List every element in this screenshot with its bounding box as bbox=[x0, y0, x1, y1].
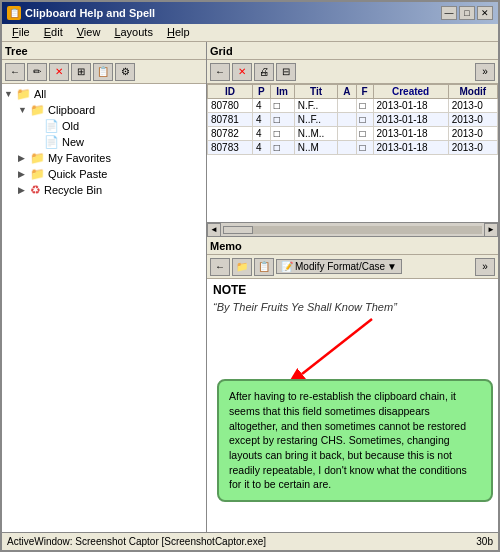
tree-label-old: Old bbox=[62, 120, 79, 132]
cell-modif: 2013-0 bbox=[448, 127, 497, 141]
menu-layouts[interactable]: Layouts bbox=[108, 25, 159, 40]
menu-bar: File Edit View Layouts Help bbox=[2, 24, 498, 42]
grid-delete-btn[interactable]: ✕ bbox=[232, 63, 252, 81]
grid-table: ID P Im Tit A F Created Modif bbox=[207, 84, 498, 155]
grid-expand-btn[interactable]: » bbox=[475, 63, 495, 81]
memo-back-btn[interactable]: ← bbox=[210, 258, 230, 276]
tree-edit-btn[interactable]: ✏ bbox=[27, 63, 47, 81]
col-a[interactable]: A bbox=[338, 85, 356, 99]
tree-delete-btn[interactable]: ✕ bbox=[49, 63, 69, 81]
grid-refresh-btn[interactable]: ⊟ bbox=[276, 63, 296, 81]
col-im[interactable]: Im bbox=[270, 85, 294, 99]
cell-tit: N..F.. bbox=[294, 113, 338, 127]
file-icon-new: 📄 bbox=[44, 135, 59, 149]
annotation-text: After having to re-establish the clipboa… bbox=[229, 390, 467, 490]
cell-p: 4 bbox=[252, 113, 270, 127]
menu-edit[interactable]: Edit bbox=[38, 25, 69, 40]
format-label: Modify Format/Case bbox=[295, 261, 385, 272]
memo-header-label: Memo bbox=[210, 240, 242, 252]
scroll-thumb bbox=[223, 226, 253, 234]
memo-header: Memo bbox=[207, 237, 498, 255]
tree-content: ▼ 📁 All ▼ 📁 Clipboard 📄 Old bbox=[2, 84, 206, 532]
tree-item-old[interactable]: 📄 Old bbox=[4, 118, 204, 134]
format-dropdown-icon: ▼ bbox=[387, 261, 397, 272]
cell-a bbox=[338, 127, 356, 141]
close-button[interactable]: ✕ bbox=[477, 6, 493, 20]
col-f[interactable]: F bbox=[356, 85, 373, 99]
cell-modif: 2013-0 bbox=[448, 99, 497, 113]
folder-icon-quickpaste: 📁 bbox=[30, 167, 45, 181]
grid-print-btn[interactable]: 🖨 bbox=[254, 63, 274, 81]
table-row[interactable]: 80780 4 □ N.F.. □ 2013-01-18 2013-0 bbox=[208, 99, 498, 113]
cell-f: □ bbox=[356, 127, 373, 141]
tree-label-quickpaste: Quick Paste bbox=[48, 168, 107, 180]
cell-created: 2013-01-18 bbox=[373, 113, 448, 127]
expand-all-icon: ▼ bbox=[4, 89, 16, 99]
tree-back-btn[interactable]: ← bbox=[5, 63, 25, 81]
col-id[interactable]: ID bbox=[208, 85, 253, 99]
table-row[interactable]: 80781 4 □ N..F.. □ 2013-01-18 2013-0 bbox=[208, 113, 498, 127]
grid-back-btn[interactable]: ← bbox=[210, 63, 230, 81]
title-bar: 📋 Clipboard Help and Spell — □ ✕ bbox=[2, 2, 498, 24]
expand-recycle-icon: ▶ bbox=[18, 185, 30, 195]
cell-modif: 2013-0 bbox=[448, 141, 497, 155]
menu-view[interactable]: View bbox=[71, 25, 107, 40]
tree-item-all[interactable]: ▼ 📁 All bbox=[4, 86, 204, 102]
scroll-right-btn[interactable]: ► bbox=[484, 223, 498, 237]
scroll-track bbox=[223, 226, 482, 234]
memo-copy-btn[interactable]: 📋 bbox=[254, 258, 274, 276]
table-row[interactable]: 80782 4 □ N..M.. □ 2013-01-18 2013-0 bbox=[208, 127, 498, 141]
col-p[interactable]: P bbox=[252, 85, 270, 99]
cell-p: 4 bbox=[252, 141, 270, 155]
table-row[interactable]: 80783 4 □ N..M □ 2013-01-18 2013-0 bbox=[208, 141, 498, 155]
tree-label-favorites: My Favorites bbox=[48, 152, 111, 164]
cell-created: 2013-01-18 bbox=[373, 99, 448, 113]
memo-expand-btn[interactable]: » bbox=[475, 258, 495, 276]
svg-line-1 bbox=[302, 319, 372, 374]
maximize-button[interactable]: □ bbox=[459, 6, 475, 20]
minimize-button[interactable]: — bbox=[441, 6, 457, 20]
scroll-left-btn[interactable]: ◄ bbox=[207, 223, 221, 237]
memo-format-btn[interactable]: 📝 Modify Format/Case ▼ bbox=[276, 259, 402, 274]
col-tit[interactable]: Tit bbox=[294, 85, 338, 99]
memo-quote: “By Their Fruits Ye Shall Know Them” bbox=[213, 301, 492, 313]
tree-header: Tree bbox=[2, 42, 206, 60]
format-icon: 📝 bbox=[281, 261, 293, 272]
cell-a bbox=[338, 113, 356, 127]
expand-favorites-icon: ▶ bbox=[18, 153, 30, 163]
tree-item-clipboard[interactable]: ▼ 📁 Clipboard bbox=[4, 102, 204, 118]
tree-add-btn[interactable]: ⊞ bbox=[71, 63, 91, 81]
menu-file[interactable]: File bbox=[6, 25, 36, 40]
title-controls[interactable]: — □ ✕ bbox=[441, 6, 493, 20]
expand-clipboard-icon: ▼ bbox=[18, 105, 30, 115]
cell-tit: N.F.. bbox=[294, 99, 338, 113]
tree-item-recycle[interactable]: ▶ ♻ Recycle Bin bbox=[4, 182, 204, 198]
status-text: ActiveWindow: Screenshot Captor [Screens… bbox=[7, 536, 266, 547]
grid-header-label: Grid bbox=[210, 45, 233, 57]
tree-item-new[interactable]: 📄 New bbox=[4, 134, 204, 150]
cell-im: □ bbox=[270, 113, 294, 127]
window-title: Clipboard Help and Spell bbox=[25, 7, 155, 19]
tree-clipboard-btn[interactable]: 📋 bbox=[93, 63, 113, 81]
tree-label-all: All bbox=[34, 88, 46, 100]
expand-quickpaste-icon: ▶ bbox=[18, 169, 30, 179]
cell-im: □ bbox=[270, 127, 294, 141]
tree-item-favorites[interactable]: ▶ 📁 My Favorites bbox=[4, 150, 204, 166]
col-modif[interactable]: Modif bbox=[448, 85, 497, 99]
cell-p: 4 bbox=[252, 99, 270, 113]
memo-folder-btn[interactable]: 📁 bbox=[232, 258, 252, 276]
folder-icon-all: 📁 bbox=[16, 87, 31, 101]
cell-modif: 2013-0 bbox=[448, 113, 497, 127]
col-created[interactable]: Created bbox=[373, 85, 448, 99]
memo-toolbar: ← 📁 📋 📝 Modify Format/Case ▼ » bbox=[207, 255, 498, 279]
tree-label-new: New bbox=[62, 136, 84, 148]
cell-tit: N..M.. bbox=[294, 127, 338, 141]
memo-section: Memo ← 📁 📋 📝 Modify Format/Case ▼ » NOTE bbox=[207, 237, 498, 532]
tree-header-label: Tree bbox=[5, 45, 28, 57]
grid-section: Grid ← ✕ 🖨 ⊟ » ID P bbox=[207, 42, 498, 237]
cell-a bbox=[338, 99, 356, 113]
tree-settings-btn[interactable]: ⚙ bbox=[115, 63, 135, 81]
cell-p: 4 bbox=[252, 127, 270, 141]
tree-item-quickpaste[interactable]: ▶ 📁 Quick Paste bbox=[4, 166, 204, 182]
menu-help[interactable]: Help bbox=[161, 25, 196, 40]
